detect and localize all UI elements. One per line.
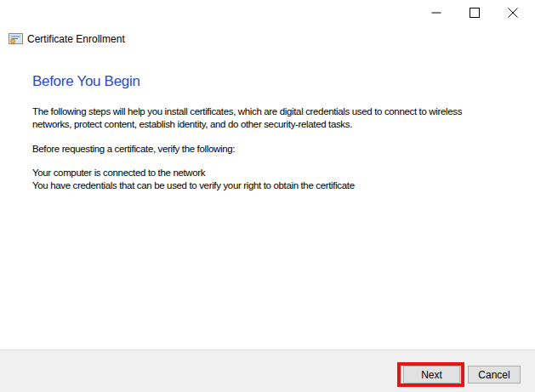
verify-item: You have credentials that can be used to… xyxy=(32,179,355,192)
window-title: Certificate Enrollment xyxy=(27,33,125,45)
intro-text-line: networks, protect content, establish ide… xyxy=(32,118,352,131)
verify-item: Your computer is connected to the networ… xyxy=(32,167,205,179)
wizard-header: Certificate Enrollment xyxy=(9,32,125,46)
certificate-enrollment-window: { "window": { "controls": { "minimize": … xyxy=(0,0,535,392)
certificate-icon xyxy=(9,33,23,46)
close-icon xyxy=(508,8,518,18)
title-bar xyxy=(0,0,535,26)
next-button[interactable]: Next xyxy=(403,366,460,383)
verify-prompt-text: Before requesting a certificate, verify … xyxy=(32,143,235,156)
minimize-icon xyxy=(431,8,441,18)
maximize-button[interactable] xyxy=(455,0,493,26)
close-button[interactable] xyxy=(493,0,532,26)
cancel-button[interactable]: Cancel xyxy=(468,366,521,383)
minimize-button[interactable] xyxy=(417,0,455,26)
intro-text-line: The following steps will help you instal… xyxy=(32,105,462,118)
page-title: Before You Begin xyxy=(32,73,140,90)
maximize-icon xyxy=(470,8,480,18)
